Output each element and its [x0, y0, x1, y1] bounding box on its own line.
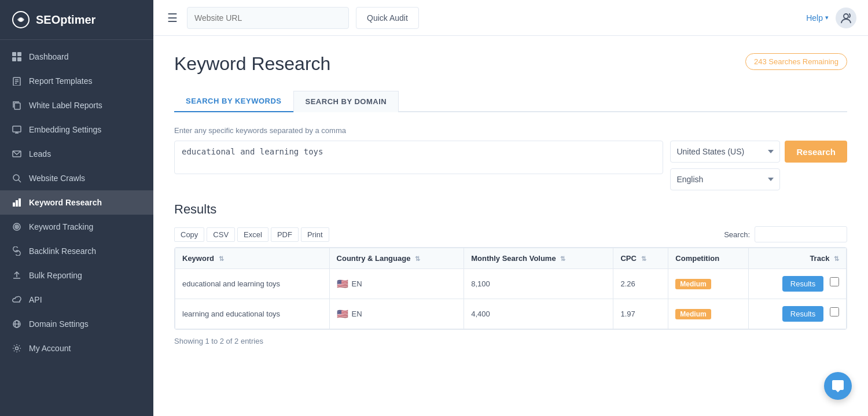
sidebar-label-backlink-research: Backlink Research	[29, 246, 96, 256]
sidebar-item-keyword-research[interactable]: Keyword Research	[0, 190, 153, 215]
country-select[interactable]: United States (US) United Kingdom (GB) A…	[670, 141, 780, 163]
cloud-icon	[12, 294, 22, 305]
results-button-1[interactable]: Results	[782, 276, 823, 292]
results-button-2[interactable]: Results	[782, 306, 823, 322]
sort-country-icon: ⇅	[415, 255, 420, 263]
cell-country-1: 🇺🇸 EN	[329, 269, 464, 299]
language-code-1: EN	[352, 279, 362, 288]
cell-country-2: 🇺🇸 EN	[329, 299, 464, 329]
csv-button[interactable]: CSV	[207, 227, 235, 242]
searches-remaining-badge: 243 Searches Remaining	[745, 53, 847, 70]
table-row: educational and learning toys 🇺🇸 EN 8,10…	[175, 269, 847, 299]
table-row: learning and educational toys 🇺🇸 EN 4,40…	[175, 299, 847, 329]
sidebar-item-bulk-reporting[interactable]: Bulk Reporting	[0, 263, 153, 288]
main-content: ☰ Quick Audit Help ▾ Keyword Research 24…	[153, 0, 868, 416]
competition-badge-2: Medium	[675, 309, 711, 319]
track-checkbox-1[interactable]	[830, 277, 839, 286]
results-search-area: Search:	[724, 226, 847, 242]
pdf-button[interactable]: PDF	[271, 227, 299, 242]
sidebar-label-domain-settings: Domain Settings	[29, 319, 89, 329]
sidebar-item-my-account[interactable]: My Account	[0, 336, 153, 360]
cell-cpc-1: 2.26	[613, 269, 668, 299]
cell-competition-2: Medium	[668, 299, 748, 329]
svg-point-1	[19, 18, 23, 21]
logo[interactable]: SEOptimer	[0, 0, 153, 40]
svg-rect-5	[17, 57, 21, 61]
tab-search-by-domain[interactable]: SEARCH BY DOMAIN	[293, 91, 399, 112]
cell-competition-1: Medium	[668, 269, 748, 299]
sidebar-item-backlink-research[interactable]: Backlink Research	[0, 239, 153, 263]
sidebar-item-keyword-tracking[interactable]: Keyword Tracking	[0, 215, 153, 239]
language-select[interactable]: English Spanish French German	[670, 168, 780, 190]
sidebar-label-white-label: White Label Reports	[29, 101, 102, 110]
sort-cpc-icon: ⇅	[641, 255, 646, 263]
menu-icon[interactable]: ☰	[165, 9, 180, 27]
search-controls: United States (US) United Kingdom (GB) A…	[670, 141, 847, 190]
sidebar-item-domain-settings[interactable]: Domain Settings	[0, 312, 153, 336]
research-button[interactable]: Research	[785, 141, 847, 163]
results-search-input[interactable]	[755, 226, 847, 242]
svg-rect-10	[14, 103, 20, 109]
user-avatar-button[interactable]	[836, 8, 856, 28]
col-track[interactable]: Track ⇅	[748, 248, 846, 269]
svg-rect-17	[13, 203, 15, 207]
chat-bubble-button[interactable]	[824, 372, 852, 400]
cell-volume-2: 4,400	[464, 299, 613, 329]
flag-icon-1: 🇺🇸	[337, 278, 348, 289]
sort-volume-icon: ⇅	[560, 255, 565, 263]
svg-point-22	[16, 226, 17, 227]
svg-rect-2	[12, 52, 16, 56]
topbar: ☰ Quick Audit Help ▾	[153, 0, 868, 36]
svg-point-15	[13, 175, 19, 181]
svg-line-16	[19, 180, 21, 182]
col-monthly-volume[interactable]: Monthly Search Volume ⇅	[464, 248, 613, 269]
sidebar-nav: Dashboard Report Templates White Label R…	[0, 40, 153, 416]
track-checkbox-2[interactable]	[830, 307, 839, 316]
sidebar: SEOptimer Dashboard Report Templates Whi…	[0, 0, 153, 416]
svg-rect-11	[13, 126, 21, 132]
results-table-wrapper: Keyword ⇅ Country & Language ⇅ Monthly S…	[174, 247, 847, 330]
edit-icon	[12, 76, 22, 86]
showing-entries-text: Showing 1 to 2 of 2 entries	[174, 337, 847, 345]
copy-button[interactable]: Copy	[174, 227, 204, 242]
sidebar-item-white-label[interactable]: White Label Reports	[0, 93, 153, 117]
sidebar-item-website-crawls[interactable]: Website Crawls	[0, 166, 153, 190]
sidebar-label-keyword-tracking: Keyword Tracking	[29, 222, 93, 231]
col-competition[interactable]: Competition	[668, 248, 748, 269]
page-title: Keyword Research	[174, 53, 330, 75]
language-code-2: EN	[352, 310, 362, 318]
sidebar-item-api[interactable]: API	[0, 288, 153, 312]
sidebar-item-report-templates[interactable]: Report Templates	[0, 69, 153, 93]
table-header-row: Keyword ⇅ Country & Language ⇅ Monthly S…	[175, 248, 847, 269]
quick-audit-button[interactable]: Quick Audit	[356, 7, 419, 29]
mail-icon	[12, 149, 22, 159]
search-hint: Enter any specific keywords separated by…	[174, 126, 847, 135]
sidebar-label-keyword-research: Keyword Research	[29, 198, 102, 207]
competition-badge-1: Medium	[675, 279, 711, 289]
col-cpc[interactable]: CPC ⇅	[613, 248, 668, 269]
print-button[interactable]: Print	[301, 227, 329, 242]
sidebar-item-dashboard[interactable]: Dashboard	[0, 45, 153, 69]
cell-track-1: Results	[748, 269, 846, 299]
sidebar-label-leads: Leads	[29, 149, 51, 159]
cell-keyword-1: educational and learning toys	[175, 269, 330, 299]
col-country-language[interactable]: Country & Language ⇅	[329, 248, 464, 269]
excel-button[interactable]: Excel	[237, 227, 269, 242]
export-buttons: Copy CSV Excel PDF Print	[174, 227, 329, 242]
url-input[interactable]	[187, 7, 349, 29]
help-dropdown[interactable]: Help ▾	[806, 13, 829, 23]
globe-icon	[12, 319, 22, 329]
copy-icon	[12, 100, 22, 111]
sidebar-label-report-templates: Report Templates	[29, 76, 92, 86]
search-tabs: SEARCH BY KEYWORDS SEARCH BY DOMAIN	[174, 91, 847, 112]
logo-text: SEOptimer	[36, 13, 95, 27]
tab-search-by-keywords[interactable]: SEARCH BY KEYWORDS	[174, 91, 293, 112]
grid-icon	[12, 51, 22, 62]
sidebar-item-embedding[interactable]: Embedding Settings	[0, 117, 153, 142]
keyword-input[interactable]: educational and learning toys	[174, 141, 663, 174]
results-toolbar: Copy CSV Excel PDF Print Search:	[174, 226, 847, 242]
col-keyword[interactable]: Keyword ⇅	[175, 248, 330, 269]
sidebar-label-api: API	[29, 295, 42, 304]
monitor-icon	[12, 124, 22, 135]
sidebar-item-leads[interactable]: Leads	[0, 142, 153, 166]
